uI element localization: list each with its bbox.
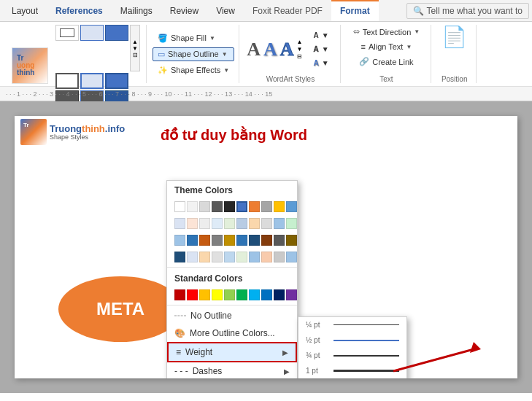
shape-fill-button[interactable]: 🪣 Shape Fill ▼ <box>153 31 234 45</box>
shape-fill-dropdown-arrow[interactable]: ▼ <box>209 35 215 42</box>
sc-orange[interactable] <box>199 289 210 300</box>
color-orange[interactable] <box>249 201 260 212</box>
wordart-scroll-up[interactable]: ▲ <box>297 39 303 45</box>
shape-outline-button[interactable]: ▭ Shape Outline ▼ <box>153 47 234 61</box>
tc-r4-6[interactable] <box>236 252 247 262</box>
wordart-sample-3[interactable]: A <box>280 39 294 61</box>
tc-r4-10[interactable] <box>286 252 297 262</box>
tc-r4-3[interactable] <box>199 252 210 262</box>
color-light-gray1[interactable] <box>187 201 198 212</box>
outline-icon: ▭ <box>158 50 165 59</box>
color-black[interactable] <box>224 201 235 212</box>
sc-yellow[interactable] <box>212 289 223 300</box>
shape-style-box-4[interactable] <box>55 73 79 89</box>
text-effects-button[interactable]: A ▼ <box>308 57 334 69</box>
tc-r3-10[interactable] <box>286 235 297 246</box>
no-outline-item[interactable]: No Outline <box>167 307 297 324</box>
tc-r3-1[interactable] <box>174 235 185 246</box>
tab-mailings[interactable]: Mailings <box>112 0 161 21</box>
color-gray[interactable] <box>261 201 272 212</box>
tab-format[interactable]: Format <box>331 0 379 21</box>
shape-style-box-5[interactable] <box>80 73 104 89</box>
tc-r2-7[interactable] <box>249 218 260 229</box>
shape-style-scroll[interactable]: ▲ ▼ ⊟ <box>130 25 140 71</box>
tab-view[interactable]: View <box>207 0 244 21</box>
tc-r2-9[interactable] <box>274 218 285 229</box>
sc-light-green[interactable] <box>224 289 235 300</box>
tc-r4-2[interactable] <box>187 252 198 262</box>
separator-1 <box>167 267 297 268</box>
shape-style-box-1[interactable] <box>55 25 79 41</box>
red-arrow-svg <box>379 335 481 378</box>
wordart-sample-2[interactable]: A <box>263 39 277 61</box>
position-icon[interactable]: 📄 <box>442 25 467 49</box>
text-outline-button[interactable]: A ▼ <box>308 43 334 55</box>
tc-r4-9[interactable] <box>274 252 285 262</box>
tc-r4-5[interactable] <box>224 252 235 262</box>
text-direction-dropdown[interactable]: ▼ <box>414 28 420 35</box>
sc-dark-red[interactable] <box>174 289 185 300</box>
dashes-item[interactable]: - - - Dashes ▶ <box>167 362 297 378</box>
color-light-blue[interactable] <box>286 201 297 212</box>
color-yellow[interactable] <box>274 201 285 212</box>
more-colors-item[interactable]: 🎨 More Outline Colors... <box>167 324 297 342</box>
tc-r2-2[interactable] <box>187 218 198 229</box>
tc-r3-9[interactable] <box>274 235 285 246</box>
shape-style-box-2[interactable] <box>80 25 104 41</box>
shape-style-box-6[interactable] <box>105 73 128 89</box>
sc-green[interactable] <box>236 289 247 300</box>
tab-review[interactable]: Review <box>161 0 207 21</box>
tc-r2-5[interactable] <box>224 218 235 229</box>
color-light-gray2[interactable] <box>199 201 210 212</box>
sc-light-blue[interactable] <box>249 289 260 300</box>
weight-item[interactable]: ≡ Weight ▶ <box>167 342 297 362</box>
tc-r2-4[interactable] <box>212 218 223 229</box>
weight-025pt[interactable]: ¼ pt <box>298 317 406 332</box>
color-white[interactable] <box>174 201 185 212</box>
tc-r3-8[interactable] <box>261 235 272 246</box>
color-dark-gray[interactable] <box>212 201 223 212</box>
tc-r3-5[interactable] <box>224 235 235 246</box>
weight-icon: ≡ <box>176 347 181 357</box>
tc-r4-1[interactable] <box>174 252 185 262</box>
wordart-scroll-expand[interactable]: ⊟ <box>297 53 303 60</box>
shape-outline-dropdown: Theme Colors <box>166 180 298 378</box>
tc-r2-10[interactable] <box>286 218 297 229</box>
create-link-button[interactable]: 🔗 Create Link <box>354 55 418 69</box>
text-outline-icon: A <box>313 45 318 53</box>
sc-purple[interactable] <box>286 289 297 300</box>
ribbon-search[interactable]: 🔍 Tell me what you want to <box>406 3 529 19</box>
tc-r4-7[interactable] <box>249 252 260 262</box>
tc-r2-8[interactable] <box>261 218 272 229</box>
sc-blue[interactable] <box>261 289 272 300</box>
tc-r2-6[interactable] <box>236 218 247 229</box>
wordart-scroll-down[interactable]: ▼ <box>297 46 303 52</box>
color-blue[interactable] <box>236 201 247 212</box>
tc-r3-4[interactable] <box>212 235 223 246</box>
shape-effects-dropdown-arrow[interactable]: ▼ <box>223 67 229 74</box>
tab-layout[interactable]: Layout <box>3 0 47 21</box>
dashes-submenu-arrow: ▶ <box>284 367 290 375</box>
sc-red[interactable] <box>187 289 198 300</box>
shape-style-box-3[interactable] <box>105 25 128 41</box>
align-text-button[interactable]: ≡ Align Text ▼ <box>355 40 417 53</box>
shape-effects-button[interactable]: ✨ Shape Effects ▼ <box>153 63 234 77</box>
sc-dark-blue[interactable] <box>274 289 285 300</box>
tc-r4-8[interactable] <box>261 252 272 262</box>
text-fill-button[interactable]: A ▼ <box>308 29 334 42</box>
text-direction-button[interactable]: ⬄ Text Direction ▼ <box>348 25 425 39</box>
wordart-sample-1[interactable]: A <box>247 39 261 61</box>
tab-references[interactable]: References <box>47 0 112 21</box>
tc-r2-3[interactable] <box>199 218 210 229</box>
text-direction-label: Text Direction <box>363 28 412 36</box>
tab-foxit[interactable]: Foxit Reader PDF <box>244 0 331 21</box>
tc-r3-7[interactable] <box>249 235 260 246</box>
tc-r2-1[interactable] <box>174 218 185 229</box>
tc-r4-4[interactable] <box>212 252 223 262</box>
tc-r3-2[interactable] <box>187 235 198 246</box>
scroll-down: ▼ <box>132 45 138 52</box>
shape-outline-dropdown-arrow[interactable]: ▼ <box>222 51 228 58</box>
align-text-dropdown[interactable]: ▼ <box>406 44 412 50</box>
tc-r3-6[interactable] <box>236 235 247 246</box>
tc-r3-3[interactable] <box>199 235 210 246</box>
